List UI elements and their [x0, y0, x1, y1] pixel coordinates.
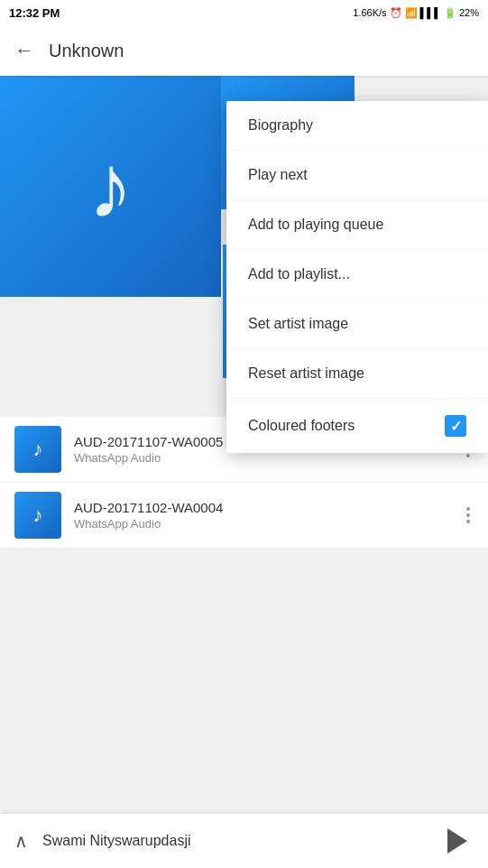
battery-icon: 🔋	[444, 7, 456, 19]
battery-percent: 22%	[459, 7, 479, 18]
song-item-1: ♪ AUD-20171102-WA0004 WhatsApp Audio	[0, 483, 488, 549]
wifi-icon: 📶	[405, 7, 418, 19]
player-bar: ∧ Swami Nityswarupdasji	[0, 814, 488, 868]
dot-icon	[466, 513, 470, 517]
dropdown-label-add-playlist: Add to playlist...	[248, 266, 350, 282]
music-note-icon-large: ♪	[88, 134, 134, 238]
dropdown-item-biography[interactable]: Biography	[226, 101, 488, 151]
checkbox-coloured-footers[interactable]: ✓	[445, 415, 466, 437]
play-icon	[447, 828, 467, 854]
header: ← Unknown	[0, 25, 488, 76]
dropdown-item-add-queue[interactable]: Add to playing queue	[226, 200, 488, 250]
page-title: Unknown	[49, 41, 124, 61]
dot-icon	[466, 520, 470, 523]
time-display: 12:32 PM	[9, 6, 60, 20]
song-more-button-1[interactable]	[463, 503, 474, 527]
signal-icon: ▌▌▌	[420, 7, 441, 18]
network-speed: 1.66K/s	[353, 7, 386, 18]
dropdown-label-play-next: Play next	[248, 167, 308, 183]
main-content: ♪ ♪ WhatsApp A... 2016 ♪ Auto Call Re...	[0, 76, 488, 814]
song-thumb-note-0: ♪	[33, 438, 43, 461]
dropdown-label-biography: Biography	[248, 117, 313, 134]
dot-icon	[466, 507, 470, 511]
dropdown-item-coloured-footers[interactable]: Coloured footers ✓	[226, 399, 488, 453]
dot-icon	[466, 454, 470, 457]
dropdown-label-add-queue: Add to playing queue	[248, 217, 383, 233]
album-art-large[interactable]: ♪	[0, 76, 221, 297]
status-icons: 1.66K/s ⏰ 📶 ▌▌▌ 🔋 22%	[353, 7, 479, 19]
song-subtitle-0: WhatsApp Audio	[74, 451, 450, 465]
checkmark-icon: ✓	[450, 418, 462, 435]
dropdown-item-set-image[interactable]: Set artist image	[226, 300, 488, 349]
player-chevron-button[interactable]: ∧	[14, 830, 28, 852]
dropdown-label-coloured-footers: Coloured footers	[248, 418, 354, 434]
dropdown-label-reset-image: Reset artist image	[248, 365, 364, 382]
song-thumb-note-1: ♪	[33, 503, 43, 527]
back-button[interactable]: ←	[14, 39, 34, 62]
song-thumb-0: ♪	[14, 426, 61, 473]
song-details-1: AUD-20171102-WA0004 WhatsApp Audio	[74, 500, 450, 531]
dropdown-item-add-playlist[interactable]: Add to playlist...	[226, 250, 488, 300]
status-bar: 12:32 PM 1.66K/s ⏰ 📶 ▌▌▌ 🔋 22%	[0, 0, 488, 25]
dropdown-menu: Biography Play next Add to playing queue…	[226, 101, 488, 453]
song-thumb-1: ♪	[14, 492, 61, 539]
song-subtitle-1: WhatsApp Audio	[74, 517, 450, 531]
player-track-title: Swami Nityswarupdasji	[42, 833, 427, 849]
song-title-1: AUD-20171102-WA0004	[74, 500, 450, 515]
player-play-button[interactable]	[441, 825, 474, 857]
clock-icon: ⏰	[390, 7, 402, 19]
dropdown-item-play-next[interactable]: Play next	[226, 151, 488, 200]
dropdown-item-reset-image[interactable]: Reset artist image	[226, 349, 488, 399]
dropdown-label-set-image: Set artist image	[248, 316, 348, 332]
